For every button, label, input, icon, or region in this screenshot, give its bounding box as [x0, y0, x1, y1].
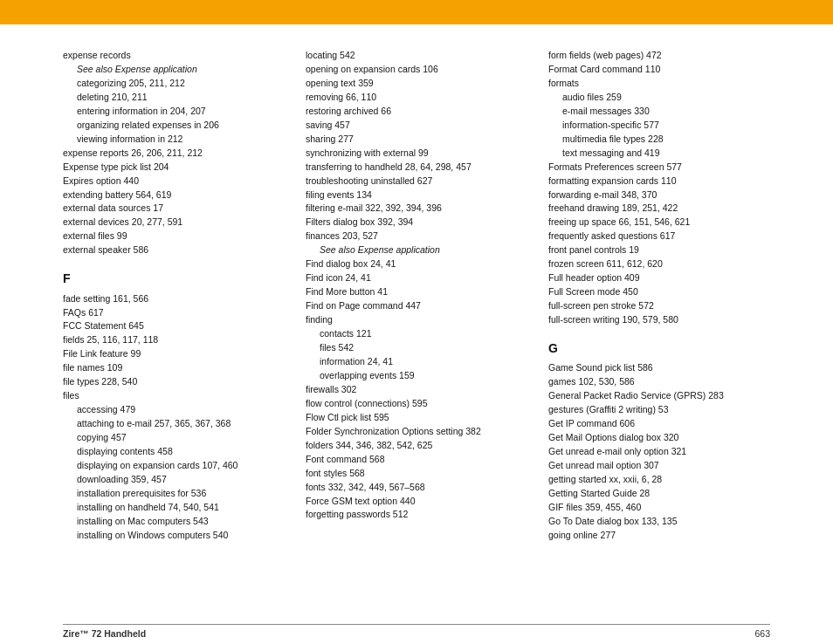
index-entry: opening on expansion cards 106	[306, 63, 527, 77]
index-entry: General Packet Radio Service (GPRS) 283	[548, 389, 770, 403]
page-content: expense recordsSee also Expense applicat…	[0, 24, 833, 644]
footer-title: Zire™ 72 Handheld	[63, 628, 146, 639]
index-entry: freeing up space 66, 151, 546, 621	[548, 216, 770, 230]
footer-page-number: 663	[754, 628, 770, 639]
index-entry: filtering e-mail 322, 392, 394, 396	[306, 202, 527, 216]
index-entry: Get unread e-mail only option 321	[548, 445, 770, 459]
index-entry: Go To Date dialog box 133, 135	[548, 515, 770, 529]
index-entry: fonts 332, 342, 449, 567–568	[306, 481, 527, 495]
index-entry: text messaging and 419	[548, 147, 770, 161]
index-entry: Filters dialog box 392, 394	[306, 216, 527, 230]
index-columns: expense recordsSee also Expense applicat…	[63, 49, 770, 624]
index-entry: overlapping events 159	[306, 369, 527, 383]
index-entry: external speaker 586	[63, 243, 285, 257]
index-entry: extending battery 564, 619	[63, 188, 285, 202]
index-entry: See also Expense application	[306, 243, 527, 257]
index-entry: information 24, 41	[306, 355, 527, 369]
index-entry: Expense type pick list 204	[63, 161, 285, 175]
index-entry: restoring archived 66	[306, 105, 527, 119]
column-2: locating 542opening on expansion cards 1…	[306, 49, 548, 624]
index-entry: installation prerequisites for 536	[63, 487, 285, 501]
index-entry: deleting 210, 211	[63, 91, 285, 105]
index-entry: formatting expansion cards 110	[548, 175, 770, 188]
index-entry: displaying contents 458	[63, 445, 285, 459]
index-entry: files	[63, 389, 285, 403]
index-entry: Find icon 24, 41	[306, 271, 527, 285]
index-entry: Find on Page command 447	[306, 299, 527, 313]
index-entry: formats	[548, 77, 770, 91]
index-entry: frozen screen 611, 612, 620	[548, 257, 770, 271]
index-entry: sharing 277	[306, 133, 527, 147]
index-entry: multimedia file types 228	[548, 133, 770, 147]
orange-header-bar	[0, 0, 833, 24]
index-entry: expense reports 26, 206, 211, 212	[63, 147, 285, 161]
index-entry: Get unread mail option 307	[548, 459, 770, 473]
index-entry: frequently asked questions 617	[548, 230, 770, 243]
index-entry: freehand drawing 189, 251, 422	[548, 202, 770, 216]
index-entry: Format Card command 110	[548, 63, 770, 77]
index-entry: Formats Preferences screen 577	[548, 161, 770, 175]
index-entry: File Link feature 99	[63, 347, 285, 361]
index-entry: going online 277	[548, 529, 770, 543]
index-entry: Expires option 440	[63, 175, 285, 188]
index-entry: full-screen pen stroke 572	[548, 299, 770, 313]
index-entry: Find More button 41	[306, 285, 527, 299]
page-footer: Zire™ 72 Handheld 663	[63, 624, 770, 644]
index-entry: forwarding e-mail 348, 370	[548, 188, 770, 202]
index-entry: full-screen writing 190, 579, 580	[548, 313, 770, 327]
index-entry: file names 109	[63, 361, 285, 375]
index-entry: entering information in 204, 207	[63, 105, 285, 119]
index-entry: expense records	[63, 49, 285, 63]
column-3: form fields (web pages) 472Format Card c…	[548, 49, 770, 624]
index-entry: viewing information in 212	[63, 133, 285, 147]
index-entry: files 542	[306, 341, 527, 355]
index-entry: saving 457	[306, 119, 527, 133]
index-entry: Font command 568	[306, 453, 527, 467]
index-entry: removing 66, 110	[306, 91, 527, 105]
index-entry: flow control (connections) 595	[306, 397, 527, 411]
index-entry: downloading 359, 457	[63, 473, 285, 487]
index-entry: copying 457	[63, 431, 285, 445]
index-entry: font styles 568	[306, 467, 527, 481]
index-entry: Game Sound pick list 586	[548, 361, 770, 375]
section-header-f: F	[63, 270, 285, 288]
index-entry: categorizing 205, 211, 212	[63, 77, 285, 91]
index-entry: external devices 20, 277, 591	[63, 216, 285, 230]
index-entry: Folder Synchronization Options setting 3…	[306, 425, 527, 439]
index-entry: attaching to e-mail 257, 365, 367, 368	[63, 417, 285, 431]
index-entry: Full header option 409	[548, 271, 770, 285]
index-entry: Force GSM text option 440	[306, 495, 527, 509]
index-entry: transferring to handheld 28, 64, 298, 45…	[306, 161, 527, 175]
index-entry: finding	[306, 313, 527, 327]
section-header-g: G	[548, 339, 770, 358]
index-entry: accessing 479	[63, 403, 285, 417]
index-entry: e-mail messages 330	[548, 105, 770, 119]
index-entry: firewalls 302	[306, 383, 527, 397]
index-entry: displaying on expansion cards 107, 460	[63, 459, 285, 473]
index-entry: getting started xx, xxii, 6, 28	[548, 473, 770, 487]
index-entry: Full Screen mode 450	[548, 285, 770, 299]
index-entry: external files 99	[63, 230, 285, 243]
index-entry: opening text 359	[306, 77, 527, 91]
index-entry: Find dialog box 24, 41	[306, 257, 527, 271]
index-entry: fields 25, 116, 117, 118	[63, 333, 285, 347]
index-entry: FCC Statement 645	[63, 319, 285, 333]
index-entry: See also Expense application	[63, 63, 285, 77]
index-entry: front panel controls 19	[548, 243, 770, 257]
index-entry: external data sources 17	[63, 202, 285, 216]
index-entry: file types 228, 540	[63, 375, 285, 389]
index-entry: information-specific 577	[548, 119, 770, 133]
index-entry: GIF files 359, 455, 460	[548, 501, 770, 515]
index-entry: form fields (web pages) 472	[548, 49, 770, 63]
index-entry: synchronizing with external 99	[306, 147, 527, 161]
index-entry: installing on handheld 74, 540, 541	[63, 501, 285, 515]
index-entry: contacts 121	[306, 327, 527, 341]
index-entry: troubleshooting uninstalled 627	[306, 175, 527, 188]
index-entry: audio files 259	[548, 91, 770, 105]
index-entry: organizing related expenses in 206	[63, 119, 285, 133]
index-entry: gestures (Graffiti 2 writing) 53	[548, 403, 770, 417]
index-entry: Flow Ctl pick list 595	[306, 411, 527, 425]
column-1: expense recordsSee also Expense applicat…	[63, 49, 306, 624]
index-entry: locating 542	[306, 49, 527, 63]
index-entry: filing events 134	[306, 188, 527, 202]
